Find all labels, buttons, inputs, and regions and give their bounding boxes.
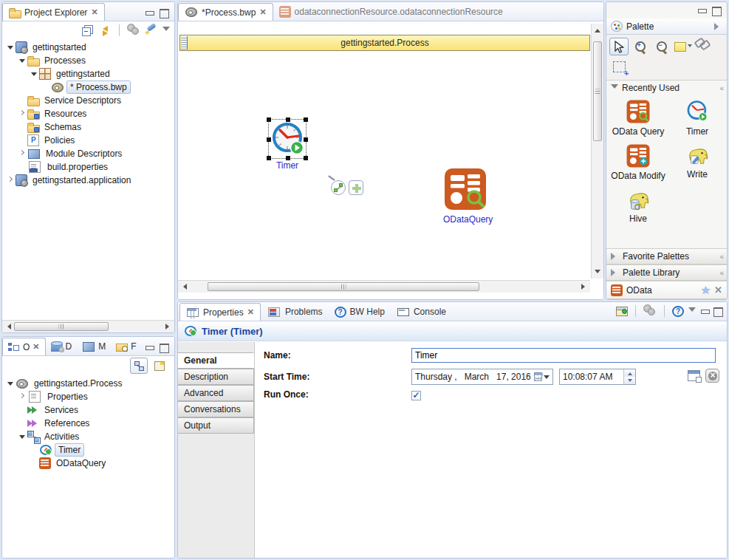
clear-time-icon[interactable] [705, 369, 719, 383]
tree-item[interactable]: References [2, 417, 174, 430]
drawer-favorite-palettes[interactable]: Favorite Palettes « [606, 248, 727, 264]
marquee-tool-button[interactable] [609, 58, 629, 75]
drawer-odata[interactable]: OData ★ ✕ [606, 281, 727, 299]
link-with-editor-icon[interactable] [98, 24, 112, 37]
note-tool-button[interactable] [674, 38, 693, 55]
focus-gears-icon[interactable] [127, 24, 140, 37]
tab-console[interactable]: Console [391, 303, 452, 321]
tab-project-explorer[interactable]: Project Explorer ✕ [2, 3, 105, 21]
expand-arrow-icon[interactable] [5, 378, 16, 389]
minimize-icon[interactable] [145, 9, 154, 16]
expand-icon[interactable] [611, 269, 619, 276]
process-header-bar[interactable]: gettingstarted.Process [179, 35, 590, 51]
drawer-palette-library[interactable]: Palette Library « [606, 264, 727, 281]
timer-node[interactable]: Timer [268, 119, 307, 171]
canvas-vertical-scrollbar[interactable] [591, 24, 603, 279]
tree-item[interactable]: build.properties [2, 160, 174, 174]
scroll-left-icon[interactable] [4, 324, 11, 329]
tab-module[interactable]: M [77, 338, 111, 355]
view-menu-icon[interactable] [688, 307, 696, 315]
close-drawer-icon[interactable]: ✕ [714, 284, 722, 296]
create-link-icon[interactable] [331, 180, 346, 195]
minimize-icon[interactable] [145, 344, 154, 351]
tree-item[interactable]: Schemas [2, 120, 174, 134]
collapse-all-icon[interactable] [81, 24, 94, 37]
pin-drawer-icon[interactable]: « [719, 269, 722, 277]
palette-item-write[interactable]: Write [668, 141, 726, 185]
scroll-right-icon[interactable] [165, 324, 172, 329]
maximize-icon[interactable] [160, 344, 168, 351]
favorite-star-icon[interactable]: ★ [701, 284, 711, 297]
tree-item[interactable]: Service Descriptors [2, 94, 174, 107]
schedule-table-icon[interactable] [688, 370, 700, 381]
close-icon[interactable]: ✕ [259, 7, 266, 17]
expand-arrow-icon[interactable] [17, 392, 27, 402]
tree-item[interactable]: Policies [2, 134, 174, 147]
expand-arrow-icon[interactable] [17, 148, 27, 159]
view-menu-icon[interactable] [162, 27, 170, 35]
tab-problems[interactable]: Problems [261, 303, 329, 321]
expand-arrow-icon[interactable] [17, 431, 27, 442]
section-tab-output[interactable]: Output [178, 417, 254, 434]
spin-down-icon[interactable] [624, 377, 635, 384]
open-in-editor-icon[interactable] [616, 307, 628, 316]
palette-item-hive[interactable]: Hive [608, 185, 668, 228]
gears-icon[interactable] [643, 304, 657, 318]
spin-up-icon[interactable] [624, 369, 635, 377]
tab-odataconnection-resource[interactable]: odataconnectionResource.odataconnectionR… [273, 3, 509, 21]
scroll-down-icon[interactable] [595, 270, 600, 276]
section-tab-description[interactable]: Description [178, 369, 254, 385]
collapse-icon[interactable] [611, 84, 618, 92]
section-tab-general[interactable]: General [178, 352, 254, 369]
process-canvas[interactable]: gettingstarted.Process [178, 22, 603, 299]
tree-item[interactable]: gettingstarted.Process [2, 377, 174, 390]
scrollbar-thumb[interactable] [14, 322, 109, 331]
tree-item[interactable]: gettingstarted [2, 41, 174, 54]
palette-item-timer[interactable]: Timer [668, 97, 726, 141]
tab-properties[interactable]: Properties ✕ [179, 303, 261, 321]
link-tool-button[interactable] [695, 38, 714, 55]
expand-arrow-icon[interactable] [29, 69, 39, 79]
scrollbar-thumb[interactable] [208, 282, 479, 291]
odata-query-node[interactable]: ODataQuery [443, 168, 487, 225]
scroll-left-icon[interactable] [180, 284, 187, 290]
pin-drawer-icon[interactable]: « [719, 84, 722, 92]
maximize-icon[interactable] [160, 9, 168, 16]
tab-file-explorer[interactable]: F [111, 338, 141, 355]
tree-item[interactable]: Properties [2, 390, 174, 403]
tree-item[interactable]: Timer [2, 443, 174, 457]
chevron-down-icon[interactable] [544, 375, 550, 382]
tree-item[interactable]: * Process.bwp [2, 81, 174, 94]
minimize-icon[interactable] [697, 7, 706, 14]
calendar-icon[interactable] [534, 372, 542, 381]
tree-item[interactable]: Module Descriptors [2, 147, 174, 160]
zoom-out-button[interactable]: − [652, 38, 671, 55]
tree-item[interactable]: Processes [2, 54, 174, 67]
close-icon[interactable]: ✕ [247, 307, 254, 317]
tree-item[interactable]: ODataQuery [2, 457, 174, 470]
expand-icon[interactable] [611, 253, 619, 260]
tab-outline[interactable]: O ✕ [2, 338, 46, 355]
section-tab-conversations[interactable]: Conversations [178, 401, 254, 417]
maximize-icon[interactable] [713, 307, 722, 315]
expand-arrow-icon[interactable] [5, 175, 16, 185]
run-once-checkbox[interactable]: ✓ [411, 391, 421, 400]
zoom-in-button[interactable]: + [631, 38, 650, 55]
customize-view-icon[interactable] [145, 24, 158, 37]
expand-arrow-icon[interactable] [17, 55, 27, 66]
tab-process-bwp[interactable]: *Process.bwp ✕ [178, 3, 273, 21]
tree-item[interactable]: Resources [2, 107, 174, 120]
tab-bw-help[interactable]: ? BW Help [329, 303, 391, 321]
scroll-up-icon[interactable] [595, 26, 600, 33]
date-picker[interactable]: Thursday , March 17, 2016 [411, 369, 553, 385]
expand-arrow-icon[interactable] [17, 109, 27, 119]
name-input[interactable] [411, 348, 716, 363]
tree-item[interactable]: gettingstarted.application [2, 174, 174, 187]
recently-used-header[interactable]: Recently Used « [606, 81, 727, 95]
tree-view-button[interactable] [130, 358, 148, 374]
tree-item[interactable]: Services [2, 403, 174, 417]
add-activity-icon[interactable] [349, 180, 363, 195]
scrollbar-thumb[interactable] [593, 41, 602, 141]
pin-drawer-icon[interactable]: « [719, 253, 722, 261]
expand-arrow-icon[interactable] [5, 42, 16, 52]
